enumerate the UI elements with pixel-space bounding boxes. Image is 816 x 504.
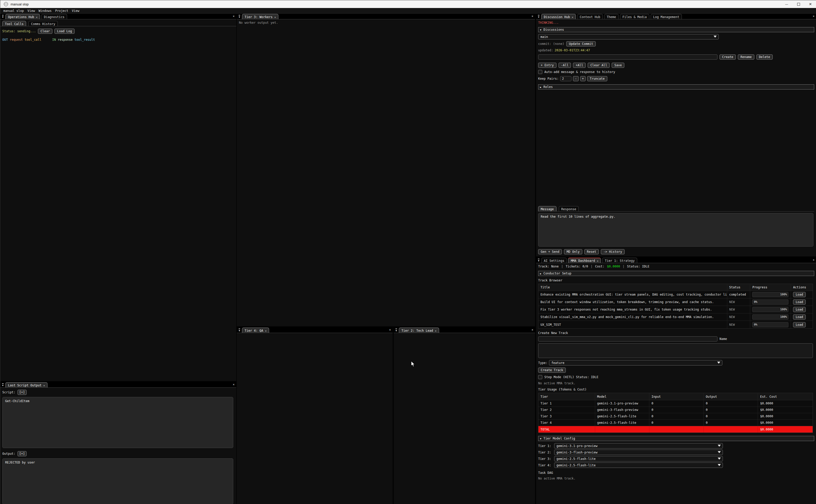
reset-button[interactable]: Reset [584, 249, 599, 254]
step-mode-checkbox[interactable] [538, 375, 542, 379]
tab-tier2-tech-lead[interactable]: Tier 2: Tech Lead [399, 328, 439, 333]
add-entry-button[interactable]: + Entry [538, 63, 556, 68]
tab-theme[interactable]: Theme [604, 14, 619, 19]
menu-project[interactable]: Project [55, 9, 68, 13]
subtab-comms-history[interactable]: Comms History [28, 21, 58, 26]
tab-last-script-output[interactable]: Last Script Output [5, 382, 47, 387]
close-panel-icon[interactable] [389, 328, 391, 331]
close-panel-icon[interactable] [813, 258, 814, 262]
close-tab-icon[interactable] [435, 329, 437, 332]
tier-model-config-header[interactable]: Tier Model Config [538, 436, 814, 441]
minimize-icon[interactable] [781, 0, 793, 8]
gen-send-button[interactable]: Gen + Send [538, 249, 562, 254]
autoadd-checkbox[interactable] [538, 70, 542, 74]
close-tab-icon[interactable] [572, 15, 573, 19]
save-button[interactable]: Save [612, 63, 624, 68]
collapse-window-icon[interactable] [0, 382, 5, 387]
load-track-button[interactable]: Load [793, 314, 806, 320]
close-tab-icon[interactable] [43, 384, 45, 387]
discussion-name-input[interactable] [538, 54, 717, 60]
rename-button[interactable]: Rename [738, 54, 754, 60]
menu-view[interactable]: View [27, 9, 35, 13]
clear-all-button[interactable]: Clear All [588, 63, 610, 68]
conductor-setup-header[interactable]: Conductor Setup [538, 271, 814, 276]
tier1-model-select[interactable]: gemini-3.1-pro-preview [554, 443, 723, 449]
roles-header[interactable]: Roles [538, 84, 814, 90]
tab-tier4-qa[interactable]: Tier 4: QA [242, 328, 269, 333]
tier3-empty-text: No worker output yet. [239, 21, 278, 25]
close-panel-icon[interactable] [813, 14, 814, 18]
stream-in-name[interactable]: tool_result [75, 38, 95, 42]
truncate-button[interactable]: Truncate [587, 76, 607, 81]
to-history-button[interactable]: -> History [601, 249, 625, 254]
track-description-textarea[interactable] [538, 343, 813, 358]
collapse-window-icon[interactable] [536, 14, 541, 19]
tab-tier1-strategy[interactable]: Tier 1: Strategy [602, 258, 637, 263]
collapse-window-icon[interactable] [394, 328, 399, 333]
create-track-button[interactable]: Create Track [538, 368, 566, 373]
close-panel-icon[interactable] [531, 328, 533, 331]
script-expand-button[interactable]: [+] [18, 390, 27, 395]
expand-all-button[interactable]: +All [573, 63, 586, 68]
load-track-button[interactable]: Load [793, 307, 806, 312]
load-track-button[interactable]: Load [793, 292, 806, 297]
close-tab-icon[interactable] [597, 259, 598, 263]
delete-button[interactable]: Delete [756, 54, 773, 60]
menu-manual-slop[interactable]: manual slop [3, 9, 24, 13]
maximize-icon[interactable] [793, 0, 804, 8]
increment-button[interactable]: + [580, 76, 586, 81]
output-expand-button[interactable]: [+] [18, 451, 27, 456]
tab-diagnostics[interactable]: Diagnostics [41, 14, 67, 19]
menu-windows[interactable]: Windows [38, 9, 52, 13]
tier3-model-select[interactable]: gemini-2.5-flash-lite [554, 456, 723, 461]
collapse-window-icon[interactable] [536, 258, 541, 263]
md-only-button[interactable]: MD Only [564, 249, 582, 254]
track-type-select[interactable]: feature [549, 360, 722, 365]
collapse-window-icon[interactable] [0, 14, 5, 19]
close-panel-icon[interactable] [233, 383, 235, 386]
message-textarea[interactable]: Read the first 10 lines of aggregate.py. [538, 213, 813, 247]
menu-view-2[interactable]: View [72, 9, 79, 13]
tier4-model-label: Tier 4: [538, 464, 553, 467]
decrement-button[interactable]: - [573, 76, 578, 81]
load-track-button[interactable]: Load [793, 299, 806, 305]
discussion-tabbar: Discussion Hub Context Hub Theme Files &… [536, 14, 816, 19]
subtab-tool-calls[interactable]: Tool Calls [2, 21, 26, 26]
task-dag-label: Task DAG [538, 471, 814, 475]
tab-files-media[interactable]: Files & Media [620, 14, 649, 19]
close-tab-icon[interactable] [274, 15, 276, 19]
load-log-button[interactable]: Load Log [54, 29, 75, 34]
table-row: Tier 4 gemini-2.5-flash-lite 0 0 $0.0000 [538, 420, 813, 426]
discussions-header[interactable]: Discussions [538, 27, 814, 32]
discussion-select[interactable]: main [538, 34, 719, 39]
stream-out-name[interactable]: tool_call [25, 38, 41, 42]
tier2-model-select[interactable]: gemini-3-flash-preview [554, 450, 723, 455]
dropdown-arrow-icon [714, 36, 717, 38]
tier4-model-select[interactable]: gemini-2.5-flash-lite [554, 462, 723, 468]
close-panel-icon[interactable] [233, 14, 235, 18]
tab-ai-settings[interactable]: AI Settings [541, 258, 567, 263]
close-tab-icon[interactable] [265, 329, 266, 332]
tab-context-hub[interactable]: Context Hub [577, 14, 603, 19]
keep-pairs-input[interactable] [560, 76, 571, 81]
create-button[interactable]: Create [720, 54, 736, 60]
update-commit-button[interactable]: Update Commit [566, 41, 596, 46]
tab-tier3-workers[interactable]: Tier 3: Workers [242, 14, 278, 19]
subtab-message[interactable]: Message [538, 206, 556, 211]
collapse-window-icon[interactable] [237, 328, 242, 333]
load-track-button[interactable]: Load [793, 322, 806, 327]
tab-mma-dashboard[interactable]: MMA Dashboard [568, 258, 601, 263]
track-name-input[interactable] [538, 336, 717, 342]
collapse-window-icon[interactable] [237, 14, 242, 19]
tab-log-management[interactable]: Log Management [651, 14, 682, 19]
close-tab-icon[interactable] [36, 15, 37, 19]
output-textarea[interactable]: REJECTED by user [2, 458, 233, 504]
close-icon[interactable] [804, 0, 816, 8]
collapse-all-button[interactable]: -All [559, 63, 571, 68]
tab-operations-hub[interactable]: Operations Hub [5, 14, 40, 19]
script-textarea[interactable]: Get-ChildItem [2, 397, 233, 448]
subtab-response[interactable]: Response [559, 206, 579, 211]
clear-button[interactable]: Clear [38, 29, 52, 34]
tab-discussion-hub[interactable]: Discussion Hub [541, 14, 576, 19]
close-panel-icon[interactable] [531, 14, 533, 18]
